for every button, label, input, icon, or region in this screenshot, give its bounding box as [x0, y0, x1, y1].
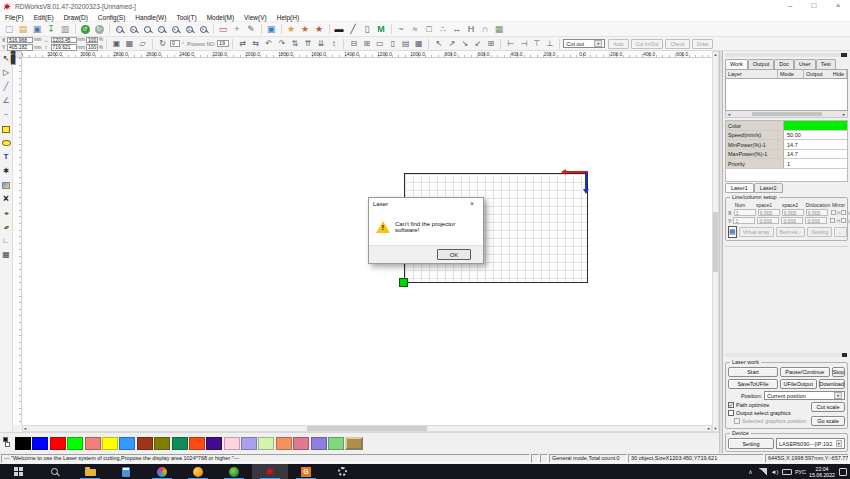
array-x-field[interactable]: 0.000 [806, 209, 828, 216]
virtual-array-button[interactable]: Virtual array [739, 227, 774, 237]
menu-tool[interactable]: Tool(T) [171, 14, 201, 21]
edit-pen-icon[interactable]: ✎ [244, 23, 258, 36]
cut-property-icon[interactable]: ▣ [110, 38, 123, 50]
zoom-in-icon[interactable]: + [126, 23, 140, 36]
cut-mode-dropdown[interactable]: Cut out ▾ [563, 39, 605, 48]
rectangle-tool-icon[interactable] [0, 122, 13, 136]
node-cluster-icon[interactable]: ∴ [436, 23, 450, 36]
menu-handle[interactable]: Handle(W) [130, 14, 171, 21]
array-x-field[interactable]: 0.000 [782, 209, 804, 216]
palette-swatch[interactable] [119, 437, 135, 450]
mirror-h-checkbox[interactable] [831, 210, 836, 215]
cut-scale-button[interactable]: Cut scale [811, 402, 845, 412]
check-button[interactable]: Check [665, 39, 689, 49]
arrange-rotate-left-icon[interactable]: ↶ [262, 38, 275, 50]
arrange-down-icon[interactable]: ⇊ [314, 38, 327, 50]
palette-swatch[interactable] [293, 437, 309, 450]
position-dropdown[interactable]: Current position ▾ [764, 391, 845, 400]
palette-swatch[interactable] [311, 437, 327, 450]
mirror-v2-checkbox[interactable] [841, 218, 846, 223]
line-pen-icon[interactable]: ╱ [346, 23, 360, 36]
arrange-center-icon[interactable]: ↕ [327, 38, 340, 50]
print-icon[interactable]: ▥ [58, 23, 72, 36]
notification-icon[interactable] [838, 468, 847, 476]
cloud-icon[interactable]: ∩ [478, 23, 492, 36]
palette-swatch[interactable] [172, 437, 188, 450]
tray-expand-icon[interactable]: ∧ [746, 468, 755, 475]
preview-monitor-icon[interactable]: ▣ [264, 23, 278, 36]
align-bottom-icon[interactable]: ⊥ [543, 38, 556, 50]
horizontal-scrollbar[interactable]: ◄► [22, 425, 712, 432]
offset-tool-icon[interactable]: ∟ [0, 234, 13, 248]
rect-outline-icon[interactable]: □ [422, 23, 436, 36]
taskbar-calculator-icon[interactable] [108, 464, 144, 479]
output-select-graphics-checkbox[interactable]: Output select graphics [728, 410, 809, 416]
volume-icon[interactable]: ◄) [770, 469, 779, 475]
tab-test[interactable]: Test [816, 59, 836, 69]
pick-point-icon[interactable]: + [230, 23, 244, 36]
menu-model[interactable]: Model(M) [202, 14, 239, 21]
palette-swatch[interactable] [258, 437, 274, 450]
palette-swatch[interactable] [206, 437, 222, 450]
palette-swatch[interactable] [241, 437, 257, 450]
size-horizontal-icon[interactable]: ▭ [373, 38, 386, 50]
mirror-h2-checkbox[interactable] [830, 218, 835, 223]
palette-swatch[interactable] [15, 437, 31, 450]
simulate-output2-icon[interactable]: ★ [298, 23, 312, 36]
import-icon[interactable]: ↧ [44, 23, 58, 36]
arrange-rotate-right-icon[interactable]: ↷ [275, 38, 288, 50]
align-top-left-icon[interactable]: ↖ [432, 38, 445, 50]
menu-draw[interactable]: Draw(D) [59, 14, 93, 21]
network-icon[interactable] [758, 468, 767, 475]
tab-laser1[interactable]: Laser1 [725, 183, 754, 193]
property-row[interactable]: Speed(mm/s) 50.00 [726, 131, 847, 141]
open-folder-icon[interactable]: ▤ [16, 23, 30, 36]
simulate-output-icon[interactable]: ★ [284, 23, 298, 36]
layer-table-scrollbar[interactable]: ◄► [725, 111, 848, 118]
auto-button[interactable]: Auto [608, 39, 628, 49]
line-tool-icon[interactable]: ╱ [0, 80, 13, 94]
mirror-v-checkbox[interactable] [841, 210, 846, 215]
material-library-icon[interactable]: M [374, 23, 388, 36]
array-y-field[interactable]: 0.000 [757, 217, 779, 224]
array-y-field[interactable]: 0.000 [805, 217, 827, 224]
star-tool-icon[interactable]: ∗ [0, 164, 13, 178]
taskbar-app-g-icon[interactable]: G [288, 464, 324, 479]
delete-tool-icon[interactable]: × [0, 192, 13, 206]
array-x-field[interactable]: 0.000 [758, 209, 780, 216]
bestrew-button[interactable]: Bestrew... [776, 227, 806, 237]
simulate-output3-icon[interactable]: ★ [312, 23, 326, 36]
text-tool-icon[interactable]: T [0, 150, 13, 164]
scale-x-field[interactable]: 100 [86, 37, 98, 44]
tab-work[interactable]: Work [725, 59, 748, 69]
arrange-flip-icon[interactable]: ⇅ [288, 38, 301, 50]
undo-icon[interactable]: ↺ [78, 23, 92, 36]
ellipse-tool-icon[interactable] [0, 136, 13, 150]
keyboard-icon[interactable] [782, 469, 792, 475]
rotate-angle-field[interactable]: 0 [170, 40, 180, 47]
dialog-title-bar[interactable]: Laser × [369, 198, 483, 209]
zoom-window-icon[interactable]: ▪ [168, 23, 182, 36]
tab-laser2[interactable]: Laser2 [754, 183, 783, 193]
node-edit-tool-icon[interactable]: ▷ [0, 66, 13, 80]
align-left-icon[interactable]: ⊢ [504, 38, 517, 50]
menu-edit[interactable]: Edit(E) [29, 14, 59, 21]
palette-swatch[interactable] [32, 437, 48, 450]
dialog-close-icon[interactable]: × [465, 200, 479, 207]
redo-icon[interactable]: ↻ [92, 23, 106, 36]
palette-swatch[interactable] [328, 437, 344, 450]
zoom-selection-icon[interactable]: ▫ [154, 23, 168, 36]
palette-swatch[interactable] [224, 437, 240, 450]
palette-swatch[interactable] [189, 437, 205, 450]
nesting-button[interactable]: Nesting [807, 227, 832, 237]
zoom-extent-icon[interactable] [140, 23, 154, 36]
taskbar-settings-icon[interactable] [324, 464, 360, 479]
size-vertical-icon[interactable]: ▯ [386, 38, 399, 50]
device-dropdown[interactable]: LASER6090---[IP:192.168.0.17 ▾ [776, 438, 845, 449]
taskbar-gimp-icon[interactable] [144, 464, 180, 479]
layer-table[interactable]: LayerModeOutputHide [725, 69, 848, 111]
path-optimize-checkbox[interactable]: Path optimize [728, 402, 809, 408]
array-preview-button[interactable]: ▦ [728, 226, 737, 238]
size-grid-icon[interactable]: ▦ [412, 38, 425, 50]
array-x-field[interactable]: 1 [734, 209, 756, 216]
